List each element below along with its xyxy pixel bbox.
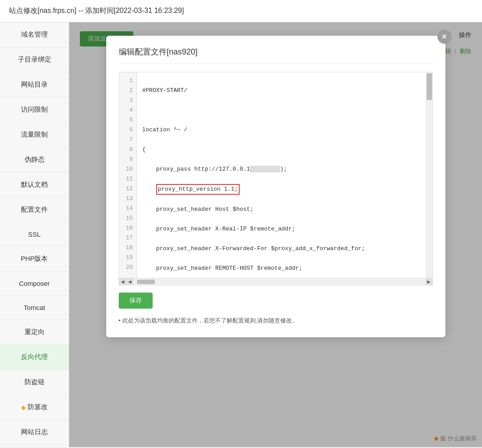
diamond-icon: ◆	[21, 404, 26, 411]
code-editor-container: 1 2 3 4 5 6 7 8 9 10 11 12 13	[119, 72, 433, 285]
code-line-8: proxy_set_header X-Real-IP $remote_addr;	[142, 224, 429, 234]
code-line-3: location ^~ /	[142, 125, 429, 135]
scrollbar-thumb-h[interactable]	[137, 280, 155, 284]
code-line-9: proxy_set_header X-Forwarded-For $proxy_…	[142, 244, 429, 254]
title-bar: 站点修改[nas.frps.cn] -- 添加时间[2022-03-31 16:…	[0, 0, 482, 22]
sidebar-item-accessLimit[interactable]: 访问限制	[0, 97, 69, 122]
code-line-4: {	[142, 145, 429, 155]
sidebar-item-fakeStatic[interactable]: 伪静态	[0, 147, 69, 172]
sidebar: 域名管理 子目录绑定 网站目录 访问限制 流量限制 伪静态 默认文档 配置文件 …	[0, 22, 69, 447]
code-line-5: proxy_pass http://127.0.0.1████);	[142, 164, 429, 174]
sidebar-item-domain[interactable]: 域名管理	[0, 22, 69, 47]
scrollbar-track-h	[133, 279, 425, 285]
code-line-10: proxy_set_header REMOTE-HOST $remote_add…	[142, 264, 429, 273]
scroll-left-arrow2[interactable]: ◀	[126, 278, 133, 285]
code-line-1: #PROXY-START/	[142, 86, 429, 96]
code-line-6: proxy_http_version 1.1;	[142, 184, 429, 195]
highlight-line-6: proxy_http_version 1.1;	[156, 184, 240, 195]
sidebar-item-antitamper[interactable]: ◆ 防篡改	[0, 395, 69, 420]
sidebar-item-defaultDoc[interactable]: 默认文档	[0, 172, 69, 197]
sidebar-item-subdirBind[interactable]: 子目录绑定	[0, 47, 69, 72]
main-layout: 域名管理 子目录绑定 网站目录 访问限制 流量限制 伪静态 默认文档 配置文件 …	[0, 22, 482, 447]
sidebar-item-ssl[interactable]: SSL	[0, 222, 69, 247]
modal-title: 编辑配置文件[nas920]	[119, 46, 433, 64]
sidebar-item-flowLimit[interactable]: 流量限制	[0, 122, 69, 147]
code-content[interactable]: #PROXY-START/ location ^~ / { proxy_pass…	[137, 72, 432, 278]
save-button[interactable]: 保存	[119, 293, 153, 309]
modal-dialog: × 编辑配置文件[nas920] 1 2 3 4 5 6	[106, 36, 445, 337]
sidebar-item-configFile[interactable]: 配置文件	[0, 197, 69, 222]
line-numbers: 1 2 3 4 5 6 7 8 9 10 11 12 13	[119, 72, 137, 278]
sidebar-item-sitelog[interactable]: 网站日志	[0, 420, 69, 445]
content-area: 添加反向代理 操作 证件 | 编辑 | 删除 × 编辑配置文件[nas920]	[69, 22, 482, 447]
modal-overlay: × 编辑配置文件[nas920] 1 2 3 4 5 6	[69, 22, 482, 447]
sidebar-item-phpVersion[interactable]: PHP版本	[0, 247, 69, 272]
modal-close-button[interactable]: ×	[437, 29, 452, 44]
code-line-7: proxy_set_header Host $host;	[142, 205, 429, 214]
sidebar-item-reverseProxy[interactable]: 反向代理	[0, 345, 69, 370]
page-title: 站点修改[nas.frps.cn] -- 添加时间[2022-03-31 16:…	[9, 7, 184, 14]
scrollbar-vertical[interactable]	[426, 72, 432, 278]
scroll-right-arrow[interactable]: ▶	[425, 278, 432, 285]
code-line-2	[142, 105, 429, 115]
sidebar-item-redirect[interactable]: 重定向	[0, 320, 69, 345]
sidebar-item-siteDir[interactable]: 网站目录	[0, 72, 69, 97]
scrollbar-thumb-v[interactable]	[427, 73, 432, 100]
scrollbar-horizontal[interactable]: ◀ ◀ ▶	[119, 278, 432, 285]
sidebar-item-composer[interactable]: Composer	[0, 272, 69, 296]
sidebar-item-tomcat[interactable]: Tomcat	[0, 296, 69, 320]
sidebar-item-hotlink[interactable]: 防盗链	[0, 370, 69, 395]
code-editor[interactable]: 1 2 3 4 5 6 7 8 9 10 11 12 13	[119, 72, 432, 278]
scroll-left-arrow[interactable]: ◀	[119, 278, 126, 285]
config-note: 此处为该负载均衡的配置文件，若您不了解配置规则,请勿随意修改。	[119, 317, 433, 325]
